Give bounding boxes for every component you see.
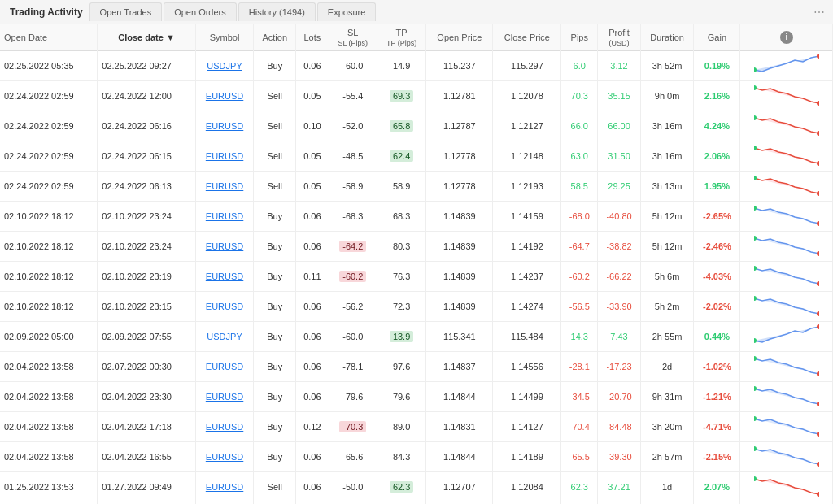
pips: 63.0 [561, 141, 598, 172]
svg-point-10 [754, 146, 757, 150]
sl-pips: -78.1 [329, 352, 377, 382]
svg-point-43 [754, 476, 757, 481]
profit: -17.23 [598, 352, 641, 382]
lots: 0.06 [296, 202, 329, 232]
svg-point-34 [754, 386, 757, 391]
svg-point-37 [754, 416, 757, 421]
col-open-date: Open Date [0, 24, 98, 51]
symbol[interactable]: EURUSD [195, 202, 254, 232]
more-options-button[interactable]: ⋯ [809, 4, 830, 20]
open-price: 1.14844 [426, 442, 493, 472]
duration: 3h 20m [640, 412, 694, 442]
open-date: 02.24.2022 02:59 [0, 81, 98, 111]
symbol[interactable]: USDJPY [195, 51, 254, 81]
gain: -1.02% [694, 352, 740, 382]
symbol[interactable]: EURUSD [195, 141, 254, 172]
close-date: 02.24.2022 12:00 [98, 81, 195, 111]
symbol[interactable]: EURUSD [195, 292, 254, 322]
open-date: 02.04.2022 13:58 [0, 412, 98, 442]
open-price: 1.14844 [426, 382, 493, 412]
open-date: 02.10.2022 18:12 [0, 202, 98, 232]
symbol[interactable]: EURUSD [195, 412, 254, 442]
sparkline-chart [740, 322, 833, 352]
svg-point-16 [754, 206, 757, 211]
trading-table: Open Date Close date ▼ Symbol Action Lot… [0, 24, 833, 504]
symbol[interactable]: USDJPY [195, 322, 254, 352]
sparkline-chart [740, 81, 833, 111]
col-lots: Lots [296, 24, 329, 51]
action: Buy [254, 322, 296, 352]
tp-pips: 65.8 [377, 111, 425, 141]
symbol[interactable]: EURUSD [195, 111, 254, 141]
close-date: 02.10.2022 23:19 [98, 262, 195, 292]
table-row: 02.10.2022 18:12 02.10.2022 23:15 EURUSD… [0, 292, 833, 322]
svg-point-29 [817, 324, 819, 329]
action: Sell [254, 141, 296, 172]
profit: 37.21 [598, 472, 641, 502]
gain: -1.21% [694, 382, 740, 412]
sparkline-chart [740, 472, 833, 502]
action: Buy [254, 262, 296, 292]
open-price: 1.14839 [426, 262, 493, 292]
col-close-date[interactable]: Close date ▼ [98, 24, 195, 51]
table-row: 02.10.2022 18:12 02.10.2022 23:24 EURUSD… [0, 202, 833, 232]
col-profit: Profit(USD) [598, 24, 641, 51]
close-date: 02.25.2022 09:27 [98, 51, 195, 81]
symbol[interactable]: EURUSD [195, 232, 254, 262]
table-row: 02.24.2022 02:59 02.24.2022 06:15 EURUSD… [0, 141, 833, 172]
col-open-price: Open Price [426, 24, 493, 51]
tp-pips: 84.3 [377, 442, 425, 472]
svg-point-19 [754, 236, 757, 241]
open-price: 115.341 [426, 322, 493, 352]
open-price: 1.12778 [426, 141, 493, 172]
svg-point-23 [817, 281, 819, 286]
action: Sell [254, 81, 296, 111]
tp-pips: 58.9 [377, 172, 425, 202]
open-date: 02.10.2022 18:12 [0, 292, 98, 322]
lots: 0.06 [296, 442, 329, 472]
symbol[interactable]: EURUSD [195, 81, 254, 111]
duration: 3h 16m [640, 111, 694, 141]
close-date: 02.24.2022 06:16 [98, 111, 195, 141]
close-date: 01.27.2022 09:49 [98, 472, 195, 502]
lots: 0.05 [296, 141, 329, 172]
table-row: 02.10.2022 18:12 02.10.2022 23:24 EURUSD… [0, 232, 833, 262]
table-row: 02.04.2022 13:58 02.07.2022 00:30 EURUSD… [0, 352, 833, 382]
symbol[interactable]: EURUSD [195, 382, 254, 412]
symbol[interactable]: EURUSD [195, 262, 254, 292]
action: Buy [254, 202, 296, 232]
profit: -39.30 [598, 442, 641, 472]
duration: 3h 13m [640, 172, 694, 202]
close-price: 1.14274 [493, 292, 561, 322]
open-date: 02.10.2022 18:12 [0, 262, 98, 292]
close-price: 1.12148 [493, 141, 561, 172]
profit: 31.50 [598, 141, 641, 172]
pips: 66.0 [561, 111, 598, 141]
tab-exposure[interactable]: Exposure [317, 2, 376, 21]
action: Buy [254, 352, 296, 382]
close-price: 1.12193 [493, 172, 561, 202]
pips: 6.0 [561, 51, 598, 81]
lots: 0.06 [296, 232, 329, 262]
tp-pips: 62.4 [377, 141, 425, 172]
pips: 62.3 [561, 472, 598, 502]
symbol[interactable]: EURUSD [195, 172, 254, 202]
profit: 35.15 [598, 81, 641, 111]
tab-history[interactable]: History (1494) [238, 2, 316, 21]
info-icon[interactable]: i [780, 31, 793, 44]
symbol[interactable]: EURUSD [195, 442, 254, 472]
lots: 0.06 [296, 322, 329, 352]
tp-pips: 72.3 [377, 292, 425, 322]
lots: 0.06 [296, 292, 329, 322]
tab-open-orders[interactable]: Open Orders [164, 2, 237, 21]
symbol[interactable]: EURUSD [195, 472, 254, 502]
svg-point-1 [754, 67, 757, 72]
symbol[interactable]: EURUSD [195, 352, 254, 382]
close-date: 02.10.2022 23:15 [98, 292, 195, 322]
col-action: Action [254, 24, 296, 51]
tab-open-trades[interactable]: Open Trades [89, 2, 163, 21]
svg-point-17 [817, 221, 819, 226]
sl-pips: -65.6 [329, 442, 377, 472]
svg-point-38 [817, 432, 819, 437]
close-date: 02.04.2022 16:55 [98, 442, 195, 472]
